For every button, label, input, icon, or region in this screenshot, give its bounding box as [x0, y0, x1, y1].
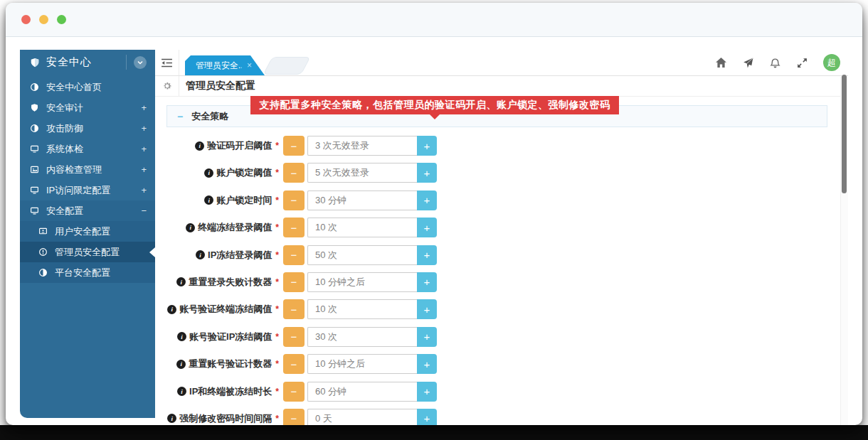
field-label-text: 账号验证IP冻结阈值 [189, 331, 272, 343]
sidebar-item-label: 用户安全配置 [55, 225, 147, 238]
sidebar-item-security-audit[interactable]: 安全审计 + [20, 97, 155, 118]
avatar[interactable]: 超 [823, 54, 840, 71]
field-label-text: 重置账号验证计数器 [189, 358, 272, 370]
required-mark: * [275, 387, 279, 397]
tip-banner: 支持配置多种安全策略，包括管理员的验证码开启、账户锁定、强制修改密码 [250, 96, 619, 114]
sidebar-item-platform-security-config[interactable]: 平台安全配置 [20, 262, 155, 283]
sidebar-item-attack-defense[interactable]: 攻击防御 + [20, 118, 155, 139]
section-collapse-icon[interactable]: − [177, 111, 183, 122]
minimize-window-button[interactable] [39, 15, 48, 24]
required-mark: * [275, 222, 279, 232]
page-settings-button[interactable] [155, 76, 179, 96]
decrement-button[interactable]: − [283, 245, 305, 265]
decrement-button[interactable]: − [283, 272, 305, 292]
decrement-button[interactable]: − [283, 218, 305, 237]
value-input[interactable] [307, 409, 417, 425]
sidebar-item-admin-security-config[interactable]: 管理员安全配置 [20, 242, 155, 262]
field-label-text: 账户锁定时间 [216, 194, 272, 207]
required-mark: * [275, 414, 279, 424]
user-monitor-icon [38, 227, 48, 237]
increment-button[interactable]: + [417, 327, 437, 347]
tab-close-icon[interactable]: × [247, 60, 252, 70]
expand-toggle[interactable]: + [141, 164, 147, 175]
value-input[interactable] [307, 382, 417, 402]
field-label: i 账户锁定阈值 * [155, 166, 279, 179]
monitor-icon [30, 206, 40, 216]
menu-fold-icon [161, 58, 173, 68]
increment-button[interactable]: + [417, 136, 437, 156]
zoom-window-button[interactable] [57, 15, 66, 24]
decrement-button[interactable]: − [283, 382, 305, 402]
scrollbar-thumb[interactable] [842, 75, 847, 193]
increment-button[interactable]: + [417, 382, 437, 402]
decrement-button[interactable]: − [283, 163, 305, 183]
field-label-text: 账号验证终端冻结阈值 [179, 303, 272, 316]
expand-icon[interactable] [796, 57, 808, 69]
increment-button[interactable]: + [417, 218, 437, 237]
field-label: i 重置账号验证计数器 * [155, 358, 279, 370]
home-icon[interactable] [715, 57, 727, 69]
form-rows: i 验证码开启阈值 * − + i 账户锁定阈值 [155, 136, 848, 425]
increment-button[interactable]: + [417, 354, 437, 374]
sidebar-item-security-config[interactable]: 安全配置 − [20, 200, 155, 221]
value-input[interactable] [307, 136, 417, 156]
decrement-button[interactable]: − [283, 409, 305, 425]
bird-icon[interactable] [742, 57, 754, 69]
value-input[interactable] [307, 218, 417, 237]
expand-toggle[interactable]: + [141, 102, 147, 113]
value-input[interactable] [307, 272, 417, 292]
info-icon: i [176, 277, 186, 286]
expand-toggle[interactable]: + [141, 185, 147, 195]
increment-button[interactable]: + [417, 191, 437, 210]
increment-button[interactable]: + [417, 272, 437, 292]
collapse-toggle[interactable]: − [141, 205, 147, 216]
collapse-sidebar-button[interactable] [155, 50, 179, 75]
sidebar-item-home[interactable]: 安全中心首页 [20, 77, 155, 97]
bell-icon[interactable] [769, 57, 781, 69]
value-input[interactable] [307, 191, 417, 210]
sidebar-item-ip-access[interactable]: IP访问限定配置 + [20, 180, 155, 200]
required-mark: * [275, 332, 279, 342]
value-input[interactable] [307, 299, 417, 319]
value-input[interactable] [307, 327, 417, 347]
info-icon: i [177, 332, 186, 341]
sidebar-item-label: 内容检查管理 [46, 163, 141, 176]
increment-button[interactable]: + [417, 299, 437, 319]
tab-admin-security[interactable]: 管理员安全.. × [185, 55, 265, 75]
info-icon: i [177, 387, 186, 396]
expand-toggle[interactable]: + [141, 144, 147, 154]
sidebar-item-label: 安全中心首页 [46, 81, 147, 94]
increment-button[interactable]: + [417, 245, 437, 265]
value-input[interactable] [307, 354, 417, 374]
decrement-button[interactable]: − [283, 327, 305, 347]
sidebar-item-content-check[interactable]: 内容检查管理 + [20, 159, 155, 180]
window-shadow [0, 425, 868, 440]
chevron-down-icon[interactable] [134, 56, 147, 69]
form-row: i IP冻结登录阈值 * − + [155, 245, 848, 265]
increment-button[interactable]: + [417, 163, 437, 183]
required-mark: * [275, 277, 279, 287]
sidebar-item-label: 系统体检 [46, 143, 141, 156]
info-icon: i [204, 168, 213, 178]
header-icons: 超 [715, 54, 848, 71]
photo-icon [30, 165, 40, 175]
sidebar-item-user-security-config[interactable]: 用户安全配置 [20, 221, 155, 242]
shield-icon [30, 103, 40, 113]
form-row: i 重置账号验证计数器 * − + [155, 354, 848, 374]
expand-toggle[interactable]: + [141, 123, 147, 134]
decrement-button[interactable]: − [283, 136, 305, 156]
main-area: 管理员安全.. × 超 [155, 50, 848, 425]
decrement-button[interactable]: − [283, 354, 305, 374]
gear-icon [162, 81, 172, 91]
increment-button[interactable]: + [417, 409, 437, 425]
value-input[interactable] [307, 163, 417, 183]
required-mark: * [275, 168, 279, 178]
sidebar-item-system-check[interactable]: 系统体检 + [20, 139, 155, 159]
info-icon: i [204, 195, 213, 205]
decrement-button[interactable]: − [283, 191, 305, 210]
close-window-button[interactable] [21, 15, 31, 24]
form-row: i 账户锁定时间 * − + [155, 191, 848, 210]
value-input[interactable] [307, 245, 417, 265]
tab-ghost [263, 57, 310, 75]
decrement-button[interactable]: − [283, 299, 305, 319]
